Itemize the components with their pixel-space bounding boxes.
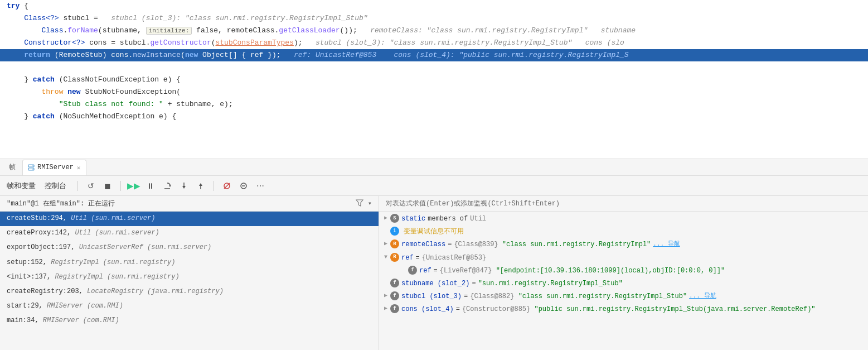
var-str-remoteclass: "class sun.rmi.registry.RegistryImpl" (498, 239, 651, 250)
expand-ref-inner (399, 266, 408, 275)
var-item-remoteclass[interactable]: ▶ R remoteClass = {Class@839} "class sun… (379, 238, 868, 251)
stack-item-init[interactable]: <init>:137, RegistryImpl (sun.rmi.regist… (0, 270, 379, 285)
var-item-ref[interactable]: ▼ R ref = {UnicastRef@853} (379, 252, 868, 265)
toolbar-frames-label: 帧和变量 (7, 181, 36, 191)
code-line-1[interactable]: try { (0, 0, 868, 12)
line-content-10: } catch (NoSuchMethodException e) { (4, 111, 176, 123)
code-line-7[interactable]: } catch (ClassNotFoundException e) { (0, 74, 868, 86)
var-nav-remoteclass[interactable]: ... 导航 (653, 239, 680, 250)
variables-list: ▶ S static members of Util i 变量调试信息不可用 ▶… (379, 212, 868, 350)
var-item-static[interactable]: ▶ S static members of Util (379, 213, 868, 226)
var-item-stubcl[interactable]: ▶ f stubcl (slot_3) = {Class@882} "class… (379, 290, 868, 303)
svg-point-3 (32, 169, 33, 170)
var-val-ref: {UnicastRef@853} (422, 253, 486, 263)
expand-cons[interactable]: ▶ (381, 304, 390, 313)
stack-item-setup[interactable]: setup:152, RegistryImpl (sun.rmi.registr… (0, 256, 379, 270)
line-content-6 (4, 61, 11, 74)
stack-class-setup: RegistryImpl (sun.rmi.registry) (51, 258, 175, 266)
code-line-3[interactable]: Class.forName(stubname, initialize: fals… (0, 25, 868, 37)
svg-point-2 (32, 165, 33, 166)
tab-close-button[interactable]: ✕ (76, 164, 82, 171)
svg-marker-7 (182, 186, 186, 189)
line-content-5: return (RemoteStub) cons.newInstance(new… (4, 49, 629, 61)
toolbar-sep-1 (77, 181, 78, 191)
step-into-button[interactable] (178, 180, 190, 192)
stack-panel: "main"@1 在组"main": 正在运行 ▾ createStub:294… (0, 196, 379, 350)
var-icon-cons: f (390, 304, 399, 313)
more-button[interactable]: ⋯ (254, 180, 266, 192)
svg-marker-9 (199, 183, 202, 186)
step-over-button[interactable] (161, 180, 173, 192)
code-line-5-highlighted[interactable]: return (RemoteStub) cons.newInstance(new… (0, 49, 868, 61)
variables-hint: 对表达式求值(Enter)或添加监视(Ctrl+Shift+Enter) (386, 199, 560, 208)
var-icon-ref: R (390, 253, 399, 262)
var-eq-stubname: = (472, 279, 476, 289)
variables-header: 对表达式求值(Enter)或添加监视(Ctrl+Shift+Enter) (379, 196, 868, 212)
var-nav-stubcl[interactable]: ... 导航 (689, 291, 716, 301)
clear-button[interactable] (237, 180, 250, 192)
dropdown-icon[interactable]: ▾ (368, 199, 372, 208)
stack-item-exportobject[interactable]: exportObject:197, UnicastServerRef (sun.… (0, 241, 379, 255)
stack-class-createstub: Util (sun.rmi.server) (71, 214, 155, 222)
code-line-9[interactable]: "Stub class not found: " + stubname, e); (0, 98, 868, 111)
stop-button[interactable]: ◼ (101, 180, 114, 192)
pause-button[interactable]: ⏸ (144, 180, 157, 192)
code-line-2[interactable]: Class<?> stubcl = stubcl (slot_3): "clas… (0, 12, 868, 25)
line-content-1: try { (4, 0, 28, 12)
line-content-9: "Stub class not found: " + stubname, e); (4, 98, 233, 111)
code-line-10[interactable]: } catch (NoSuchMethodException e) { (0, 111, 868, 123)
stack-method-createstub: createStub:294, (7, 214, 71, 222)
line-content-7: } catch (ClassNotFoundException e) { (4, 74, 181, 86)
stack-item-createproxy[interactable]: createProxy:142, Util (sun.rmi.server) (0, 226, 379, 241)
var-eq-static: members of (428, 214, 468, 224)
var-item-ref-inner[interactable]: f ref = {LiveRef@847} "[endpoint:[10.39.… (379, 265, 868, 277)
server-icon (27, 164, 35, 171)
var-icon-remoteclass: R (390, 239, 399, 248)
var-val-remoteclass: {Class@839} (454, 239, 498, 250)
variables-panel: 对表达式求值(Enter)或添加监视(Ctrl+Shift+Enter) ▶ S… (379, 196, 868, 350)
var-val-ref-inner-obj: {LiveRef@847} (440, 266, 492, 276)
code-lines: try { Class<?> stubcl = stubcl (slot_3):… (0, 0, 868, 123)
stack-class-exportobject: UnicastServerRef (sun.rmi.server) (79, 243, 212, 251)
stack-method-createproxy: createProxy:142, (7, 229, 75, 237)
code-line-4[interactable]: Constructor<?> cons = stubcl.getConstruc… (0, 37, 868, 49)
resume-button[interactable]: ▶▶ (128, 180, 140, 192)
step-out-button[interactable] (195, 180, 207, 192)
var-name-cons: cons (slot_4) (401, 304, 454, 315)
stack-status: "main"@1 在组"main": 正在运行 (7, 199, 115, 208)
expand-stubcl[interactable]: ▶ (381, 291, 390, 300)
stack-item-main[interactable]: main:34, RMIServer (com.RMI) (0, 314, 379, 328)
var-icon-stubname: f (390, 279, 399, 287)
toolbar-sep-3 (214, 181, 214, 191)
debug-area: "main"@1 在组"main": 正在运行 ▾ createStub:294… (0, 196, 868, 350)
stack-method-init: <init>:137, (7, 273, 55, 281)
stack-item-createregistry[interactable]: createRegistry:203, LocateRegistry (java… (0, 285, 379, 299)
line-content-4: Constructor<?> cons = stubcl.getConstruc… (4, 37, 624, 49)
stack-method-setup: setup:152, (7, 258, 51, 266)
var-item-cons[interactable]: ▶ f cons (slot_4) = {Constructor@885} "p… (379, 303, 868, 316)
stack-class-main: RMIServer (com.RMI) (43, 317, 119, 324)
tab-frames-vars[interactable]: 帧 (4, 160, 20, 175)
var-val-stubname: "sun.rmi.registry.RegistryImpl_Stub" (478, 279, 623, 289)
expand-remoteclass[interactable]: ▶ (381, 239, 390, 248)
debug-toolbar: 帧和变量 控制台 ↺ ◼ ▶▶ ⏸ ⋯ (0, 176, 868, 196)
var-val-cons-obj: {Constructor@885} (462, 304, 530, 315)
filter-icon[interactable] (356, 199, 363, 209)
stack-class-createregistry: LocateRegistry (java.rmi.registry) (87, 287, 224, 295)
expand-ref[interactable]: ▼ (381, 253, 390, 262)
tab-rmiserver[interactable]: RMIServer ✕ (22, 160, 86, 175)
var-item-stubname[interactable]: f stubname (slot_2) = "sun.rmi.registry.… (379, 277, 868, 290)
var-info-text: 变量调试信息不可用 (404, 227, 464, 237)
var-eq-cons: = (456, 304, 460, 315)
code-line-8[interactable]: throw new StubNotFoundException( (0, 86, 868, 98)
stack-method-start: start:29, (7, 302, 47, 310)
var-icon-stubcl: f (390, 291, 399, 300)
stack-item-start[interactable]: start:29, RMIServer (com.RMI) (0, 299, 379, 314)
stack-item-createstub[interactable]: createStub:294, Util (sun.rmi.server) (0, 212, 379, 226)
var-item-info[interactable]: i 变量调试信息不可用 (379, 226, 868, 238)
stack-class-createproxy: Util (sun.rmi.server) (75, 229, 159, 237)
mute-breakpoints-button[interactable] (221, 180, 233, 192)
expand-static[interactable]: ▶ (381, 214, 390, 223)
var-eq-remoteclass: = (448, 239, 452, 250)
restart-button[interactable]: ↺ (85, 180, 97, 192)
